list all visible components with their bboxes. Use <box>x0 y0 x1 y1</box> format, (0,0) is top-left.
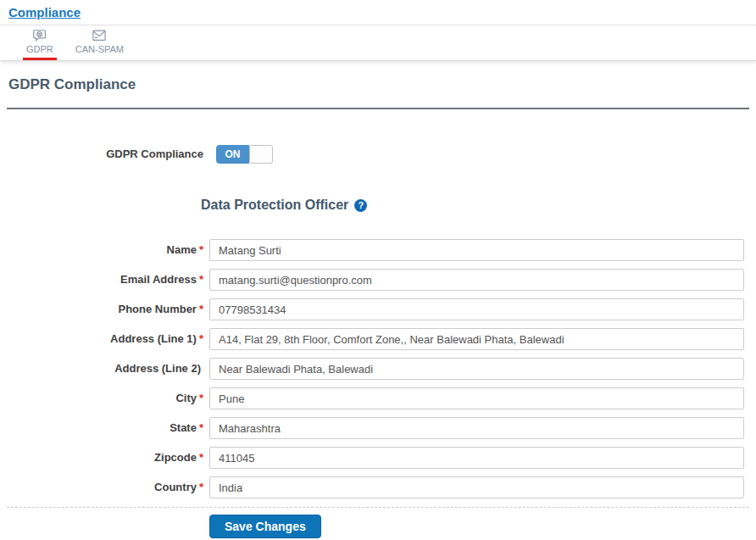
zipcode-input[interactable] <box>209 447 744 469</box>
address-line1-input[interactable] <box>209 328 744 350</box>
form-row-email: Email Address* <box>8 269 748 291</box>
gdpr-toggle-label: GDPR Compliance <box>8 143 203 165</box>
save-changes-button[interactable]: Save Changes <box>209 515 321 538</box>
page-title: GDPR Compliance <box>8 76 748 93</box>
section-title: Data Protection Officer <box>201 197 348 214</box>
form-row-name: Name* <box>8 239 748 261</box>
gdpr-toggle-row: GDPR Compliance ON <box>8 143 748 165</box>
form-row-address1: Address (Line 1)* <box>8 328 748 350</box>
tab-can-spam[interactable]: CAN-SPAM <box>69 27 130 60</box>
required-asterisk: * <box>199 332 203 345</box>
toggle-on-label: ON <box>216 145 249 164</box>
name-input[interactable] <box>209 239 744 261</box>
field-label: Phone Number* <box>8 298 203 320</box>
required-asterisk: * <box>199 303 203 315</box>
compliance-link[interactable]: Compliance <box>8 5 81 19</box>
tab-bar: GDPR CAN-SPAM <box>0 25 756 61</box>
envelope-icon <box>91 27 108 44</box>
email-address-input[interactable] <box>209 269 744 291</box>
field-label: Zipcode* <box>8 447 203 469</box>
required-asterisk: * <box>199 243 203 256</box>
form-row-phone: Phone Number* <box>8 298 748 320</box>
field-label: Name* <box>8 239 203 261</box>
question-circle-icon[interactable]: ? <box>354 199 367 212</box>
form-row-state: State* <box>8 417 748 439</box>
form-row-country: Country* <box>8 476 748 498</box>
required-asterisk: * <box>199 273 203 286</box>
city-input[interactable] <box>209 387 744 409</box>
field-label: Address (Line 2) <box>8 358 203 380</box>
required-asterisk: * <box>199 451 203 464</box>
field-label: State* <box>8 417 203 439</box>
globe-chat-icon <box>31 27 48 44</box>
field-label: Address (Line 1)* <box>8 328 203 350</box>
required-asterisk: * <box>199 421 203 434</box>
country-input[interactable] <box>209 476 744 498</box>
form-row-city: City* <box>8 387 748 409</box>
field-label: City* <box>8 387 203 409</box>
tab-label-gdpr: GDPR <box>26 44 53 60</box>
form-row-address2: Address (Line 2) <box>8 358 748 380</box>
footer-separator <box>7 507 749 508</box>
state-input[interactable] <box>209 417 744 439</box>
required-asterisk: * <box>199 392 203 404</box>
phone-number-input[interactable] <box>209 298 744 320</box>
tab-gdpr[interactable]: GDPR <box>20 27 59 60</box>
field-label: Country* <box>8 476 203 498</box>
gdpr-compliance-toggle[interactable]: ON <box>216 145 273 164</box>
toggle-knob[interactable] <box>249 145 273 164</box>
title-divider <box>7 108 749 109</box>
form-row-zipcode: Zipcode* <box>8 447 748 469</box>
address-line2-input[interactable] <box>209 358 744 380</box>
breadcrumb: Compliance <box>0 0 756 25</box>
section-heading: Data Protection Officer ? <box>201 197 748 214</box>
field-label: Email Address* <box>8 269 203 291</box>
tab-label-can-spam: CAN-SPAM <box>75 44 124 60</box>
gdpr-compliance-panel: GDPR Compliance GDPR Compliance ON Data … <box>0 76 756 538</box>
required-asterisk: * <box>199 481 203 493</box>
